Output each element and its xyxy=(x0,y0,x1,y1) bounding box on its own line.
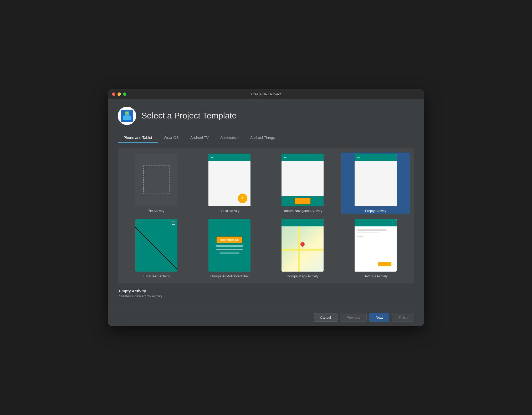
basic-phone-content: + xyxy=(208,161,250,206)
no-activity-dashed-rect xyxy=(143,165,170,194)
template-settings[interactable]: ← ⋮ xyxy=(341,218,410,279)
svg-point-4 xyxy=(125,111,129,115)
window-title: Create New Project xyxy=(251,92,281,96)
template-preview-bottom-nav: ← ⋮ xyxy=(282,154,324,206)
template-preview-maps: ← ⋮ xyxy=(282,219,324,272)
bottom-nav-item1 xyxy=(284,196,295,206)
template-label-bottom-nav: Bottom Navigation Activity xyxy=(283,209,322,213)
maps-menu-dots: ⋮ xyxy=(317,220,321,225)
settings-dot3 xyxy=(361,236,363,237)
maps-back-arrow: ← xyxy=(284,221,287,225)
bottom-nav-menu-dots: ⋮ xyxy=(317,155,321,160)
template-preview-no-activity xyxy=(135,154,177,206)
settings-back-arrow: ← xyxy=(357,221,360,225)
maximize-button[interactable] xyxy=(123,92,126,96)
settings-menu-dots: ⋮ xyxy=(390,220,395,225)
create-project-window: Create New Project xyxy=(108,89,424,326)
template-preview-empty-activity: ← xyxy=(355,154,397,206)
basic-menu-dots: ⋮ xyxy=(244,155,248,160)
tab-android-tv[interactable]: Android TV xyxy=(185,133,214,143)
settings-action-button xyxy=(378,262,391,266)
bottom-navigation-bar xyxy=(282,196,324,206)
settings-dots xyxy=(357,236,394,237)
template-label-settings: Settings Activity xyxy=(364,274,387,278)
tab-automotive[interactable]: Automotive xyxy=(214,133,244,143)
template-empty-activity[interactable]: ← Empty Activity xyxy=(341,153,410,214)
template-fullscreen[interactable]: ← Fullscreen Activity xyxy=(122,218,191,279)
template-label-fullscreen: Fullscreen Activity xyxy=(143,274,170,278)
template-preview-fullscreen: ← xyxy=(135,219,177,272)
tab-wear-os[interactable]: Wear OS xyxy=(158,133,185,143)
interstitial-line3 xyxy=(219,252,240,254)
template-maps[interactable]: ← ⋮ Google Maps Activity xyxy=(268,218,337,279)
svg-point-5 xyxy=(126,112,126,113)
android-studio-logo xyxy=(118,107,136,125)
bottom-nav-item3 xyxy=(310,196,321,206)
template-basic-activity[interactable]: ← ⋮ + Basic Activity xyxy=(195,153,264,214)
empty-activity-bar: ← xyxy=(355,154,397,161)
bottom-nav-top-bar: ← ⋮ xyxy=(282,154,324,161)
interstitial-line1 xyxy=(216,245,243,247)
tab-android-things[interactable]: Android Things xyxy=(244,133,281,143)
settings-top-bar: ← ⋮ xyxy=(355,219,397,226)
template-label-no-activity: No Activity xyxy=(149,209,165,213)
interstitial-line2 xyxy=(216,249,243,250)
fullscreen-diagonal xyxy=(135,219,177,272)
bottom-nav-content xyxy=(282,161,324,196)
tab-phone-and-tablet[interactable]: Phone and Tablet xyxy=(118,133,158,143)
empty-back-arrow: ← xyxy=(357,155,360,159)
basic-phone-bar: ← ⋮ xyxy=(208,154,250,161)
android-icon xyxy=(121,110,133,122)
templates-grid: No Activity ← ⋮ + Basic Activity xyxy=(118,148,414,283)
selected-template-info: Empty Activity Creates a new empty activ… xyxy=(118,289,414,302)
interstitial-ad-badge: Interstitial Ad xyxy=(217,237,242,243)
page-title: Select a Project Template xyxy=(141,111,237,121)
page-header: Select a Project Template xyxy=(118,107,414,125)
minimize-button[interactable] xyxy=(117,92,121,96)
template-preview-basic-activity: ← ⋮ + xyxy=(208,154,250,206)
settings-content-area xyxy=(355,226,397,272)
map-marker-circle xyxy=(300,241,306,247)
map-marker xyxy=(300,242,306,248)
basic-back-arrow: ← xyxy=(211,155,214,159)
settings-dot1 xyxy=(357,236,359,237)
close-button[interactable] xyxy=(112,92,115,96)
selected-template-title: Empty Activity xyxy=(119,289,413,293)
finish-button[interactable]: Finish xyxy=(392,313,414,322)
template-preview-interstitial: Interstitial Ad xyxy=(208,219,250,272)
main-content: Select a Project Template Phone and Tabl… xyxy=(108,99,424,309)
map-road-horizontal xyxy=(282,249,324,251)
basic-fab: + xyxy=(238,194,247,203)
next-button[interactable]: Next xyxy=(369,313,390,322)
svg-point-6 xyxy=(127,112,128,113)
bottom-nav-item2 xyxy=(295,196,310,206)
tab-bar: Phone and Tablet Wear OS Android TV Auto… xyxy=(118,133,414,143)
settings-line2 xyxy=(357,232,379,233)
bottom-nav-back-arrow: ← xyxy=(284,155,287,159)
settings-line1 xyxy=(357,229,387,231)
dialog-footer: Cancel Previous Next Finish xyxy=(108,309,424,326)
settings-dot2 xyxy=(359,236,361,237)
diagonal-line xyxy=(135,224,177,272)
template-interstitial[interactable]: Interstitial Ad Google AdMob Interstitia… xyxy=(195,218,264,279)
template-no-activity[interactable]: No Activity xyxy=(122,153,191,214)
template-preview-settings: ← ⋮ xyxy=(355,219,397,272)
bottom-nav-active-item xyxy=(295,198,310,204)
map-road-vertical xyxy=(298,226,300,272)
template-bottom-nav[interactable]: ← ⋮ Bottom Navigation Activit xyxy=(268,153,337,214)
template-label-empty-activity: Empty Activity xyxy=(365,209,386,213)
template-label-maps: Google Maps Activity xyxy=(287,274,318,278)
maps-top-bar: ← ⋮ xyxy=(282,219,324,226)
previous-button[interactable]: Previous xyxy=(340,313,367,322)
cancel-button[interactable]: Cancel xyxy=(314,313,337,322)
template-label-interstitial: Google AdMob Interstitial xyxy=(210,274,248,278)
titlebar: Create New Project xyxy=(108,89,424,99)
selected-template-description: Creates a new empty activity xyxy=(119,294,413,298)
traffic-lights xyxy=(112,92,126,96)
template-label-basic-activity: Basic Activity xyxy=(219,209,239,213)
map-area xyxy=(282,226,324,272)
